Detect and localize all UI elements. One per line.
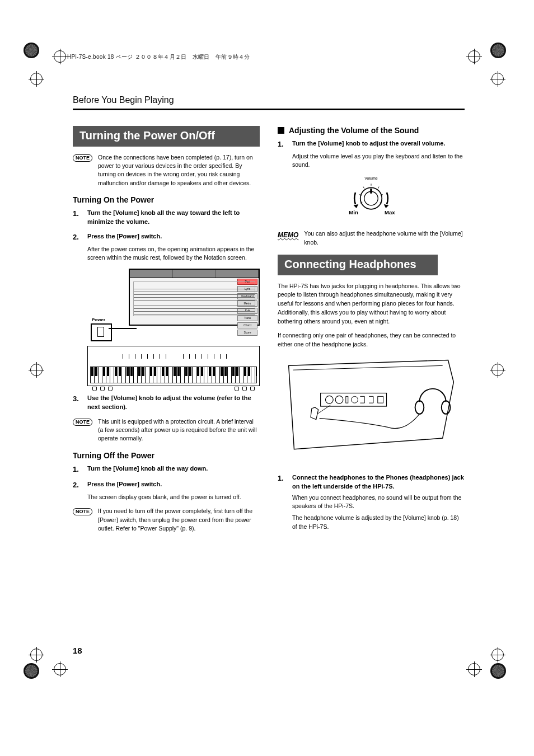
banner-power: Turning the Power On/Off <box>73 126 260 147</box>
step-off-2-head: Press the [Power] switch. <box>87 480 162 491</box>
heading-turning-off: Turning Off the Power <box>73 451 260 460</box>
register-mark-icon <box>468 50 480 63</box>
step-hp-1: Connect the headphones to the Phones (he… <box>278 473 465 531</box>
section-title: Before You Begin Playing <box>73 95 465 105</box>
headphones-para-1: The HPi-7S has two jacks for plugging in… <box>278 282 465 326</box>
step-hp-1-head: Connect the headphones to the Phones (he… <box>292 473 465 491</box>
power-label: Power <box>92 317 105 323</box>
step-off-2-body: The screen display goes blank, and the p… <box>73 493 260 501</box>
heading-turning-on: Turning On the Power <box>73 195 260 204</box>
step-vol-1-head: Turn the [Volume] knob to adjust the ove… <box>292 139 445 150</box>
step-on-2: Press the [Power] switch. After the powe… <box>73 232 260 386</box>
heading-adjust-volume: Adjusting the Volume of the Sound <box>278 126 465 135</box>
register-mark-icon <box>491 649 504 661</box>
step-on-3-head: Use the [Volume] knob to adjust the volu… <box>87 394 260 412</box>
note-badge: NOTE <box>73 154 92 162</box>
page-number: 18 <box>73 646 82 655</box>
step-on-3: Use the [Volume] knob to adjust the volu… <box>73 394 260 412</box>
steps-turning-on: Turn the [Volume] knob all the way towar… <box>73 209 260 412</box>
note-protection: NOTE This unit is equipped with a protec… <box>73 417 260 443</box>
crop-mark-icon <box>24 43 44 63</box>
note-intro: NOTE Once the connections have been comp… <box>73 153 260 187</box>
svg-point-20 <box>415 401 424 414</box>
content-area: Before You Begin Playing Turning the Pow… <box>73 95 465 541</box>
register-mark-icon <box>468 663 480 675</box>
register-mark-icon <box>30 649 43 661</box>
step-hp-1-body1: When you connect headphones, no sound wi… <box>278 494 465 510</box>
knob-label: Volume <box>364 177 377 181</box>
screen-btn: Chord <box>237 322 257 328</box>
svg-marker-11 <box>384 204 389 208</box>
svg-line-4 <box>363 187 364 189</box>
register-mark-icon <box>54 50 66 63</box>
memo-text: You can also adjust the headphone volume… <box>304 229 465 246</box>
steps-adjust-volume: Turn the [Volume] knob to adjust the ove… <box>278 139 465 169</box>
knob-max-label: Max <box>385 209 395 215</box>
figure-headphone-jack <box>278 355 465 463</box>
register-mark-icon <box>30 364 43 376</box>
register-mark-icon <box>491 364 504 376</box>
svg-rect-18 <box>378 396 383 403</box>
step-off-2: Press the [Power] switch. The screen dis… <box>73 480 260 501</box>
note-badge: NOTE <box>73 419 92 426</box>
svg-line-5 <box>378 187 379 189</box>
step-hp-1-body2: The headphone volume is adjusted by the … <box>278 514 465 530</box>
volume-knob-icon: Volume <box>332 175 410 218</box>
headphone-jack-icon <box>278 355 465 461</box>
power-switch-icon <box>91 323 112 341</box>
svg-marker-10 <box>354 204 359 208</box>
figure-power-switch: Part Lyric Keyboard Metro Edit Trans Cho… <box>87 269 260 386</box>
step-on-2-body: After the power comes on, the opening an… <box>73 245 260 262</box>
svg-point-1 <box>364 192 378 206</box>
step-off-1: Turn the [Volume] knob all the way down. <box>73 464 260 475</box>
banner-headphones: Connecting Headphones <box>278 255 438 275</box>
figure-volume-knob: Volume <box>278 175 465 220</box>
headphones-para-2: If connecting only one pair of headphone… <box>278 331 465 349</box>
note-badge: NOTE <box>73 508 92 515</box>
step-off-1-head: Turn the [Volume] knob all the way down. <box>87 464 208 475</box>
notation-screen-icon: Part Lyric Keyboard Metro Edit Trans Cho… <box>129 269 260 326</box>
svg-rect-13 <box>321 393 387 406</box>
step-on-1-head: Turn the [Volume] knob all the way towar… <box>87 209 260 227</box>
running-header: HPi-7S-e.book 18 ページ ２００８年４月２日 水曜日 午前９時４… <box>67 53 250 61</box>
steps-headphones: Connect the headphones to the Phones (he… <box>278 473 465 531</box>
memo-badge: MEMO <box>278 231 298 240</box>
knob-min-label: Min <box>349 209 358 215</box>
register-mark-icon <box>54 663 66 675</box>
step-on-2-head: Press the [Power] switch. <box>87 232 162 243</box>
step-vol-1-body: Adjust the volume level as you play the … <box>278 152 465 169</box>
note-unplug: NOTE If you need to turn off the power c… <box>73 507 260 533</box>
step-vol-1: Turn the [Volume] knob to adjust the ove… <box>278 139 465 169</box>
section-rule <box>73 109 465 110</box>
crop-mark-icon <box>490 43 510 63</box>
svg-rect-2 <box>370 189 372 194</box>
note-intro-text: Once the connections have been completed… <box>98 153 260 187</box>
steps-turning-off: Turn the [Volume] knob all the way down.… <box>73 464 260 502</box>
register-mark-icon <box>491 73 504 85</box>
crop-mark-icon <box>490 663 510 683</box>
svg-point-15 <box>335 396 343 403</box>
svg-point-17 <box>352 396 358 403</box>
right-column: Adjusting the Volume of the Sound Turn t… <box>278 126 465 541</box>
svg-line-12 <box>293 365 443 370</box>
svg-point-14 <box>325 396 333 403</box>
crop-mark-icon <box>24 663 44 683</box>
left-column: Turning the Power On/Off NOTE Once the c… <box>73 126 260 541</box>
register-mark-icon <box>30 73 43 85</box>
piano-body-icon <box>87 346 260 386</box>
svg-rect-16 <box>346 396 348 403</box>
memo-headphone-volume: MEMO You can also adjust the headphone v… <box>278 229 465 246</box>
note-protection-text: This unit is equipped with a protection … <box>98 417 260 443</box>
page: HPi-7S-e.book 18 ページ ２００８年４月２日 水曜日 午前９時４… <box>0 0 534 756</box>
note-unplug-text: If you need to turn off the power comple… <box>98 507 260 533</box>
callout-line-icon <box>109 328 137 329</box>
screen-btn: Score <box>237 330 257 336</box>
step-on-1: Turn the [Volume] knob all the way towar… <box>73 209 260 227</box>
